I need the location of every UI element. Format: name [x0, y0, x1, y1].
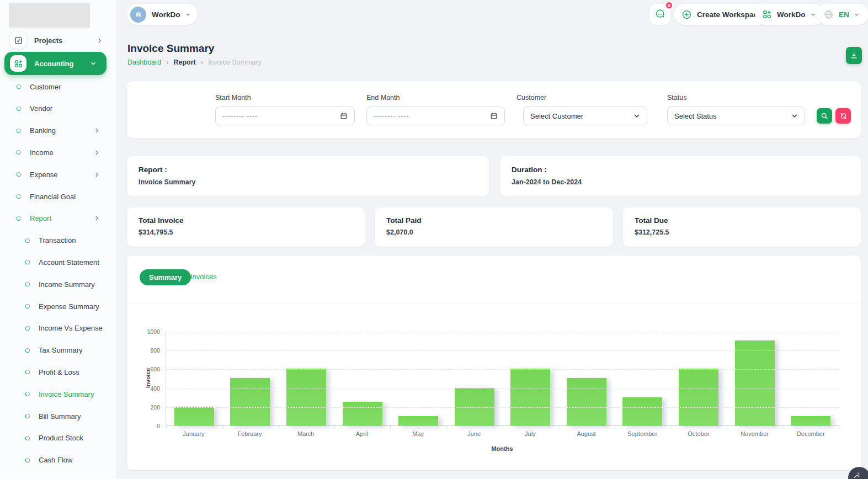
chart-x-axis-title: Months — [166, 445, 839, 452]
sidebar-item-label: Profit & Loss — [39, 368, 79, 376]
chart-bar-december[interactable] — [791, 416, 830, 425]
chevron-right-icon — [94, 150, 100, 156]
bullet-ring-icon — [17, 107, 21, 111]
reset-filter-button[interactable] — [835, 108, 851, 124]
report-value: Invoice Summary — [139, 178, 196, 186]
chart-bar-september[interactable] — [622, 397, 662, 425]
sidebar-item-label: Banking — [30, 126, 56, 135]
start-month-input[interactable]: -------- ---- — [215, 107, 355, 125]
sidebar-item-label: Financial Goal — [30, 193, 76, 201]
end-month-input[interactable]: -------- ---- — [366, 107, 505, 125]
chart-bar-august[interactable] — [567, 378, 606, 425]
wrench-icon — [853, 471, 861, 479]
bullet-ring-icon — [25, 238, 30, 243]
sidebar-item-accounting[interactable]: Accounting — [4, 52, 106, 75]
calendar-icon — [340, 112, 348, 120]
breadcrumb-separator: › — [166, 58, 168, 66]
chevron-right-icon — [94, 127, 100, 134]
language-selector[interactable]: EN — [817, 4, 868, 25]
chart-bar-july[interactable] — [510, 369, 550, 425]
chart-bar-may[interactable] — [398, 416, 438, 425]
status-selected-value: Select Status — [674, 112, 717, 120]
start-month-label: Start Month — [215, 94, 251, 102]
sidebar-item-financial-goal[interactable]: Financial Goal — [17, 188, 108, 205]
chart-axis-tick — [727, 425, 727, 429]
total-invoice-card: Total Invoice $314,795.5 — [127, 207, 365, 247]
sidebar-item-label: Transaction — [39, 236, 76, 244]
total-due-value: $312,725.5 — [635, 228, 669, 236]
chart-y-tick-label: 200 — [129, 404, 160, 411]
sidebar-item-product-stock[interactable]: Product Stock — [25, 430, 108, 446]
workspace-switcher[interactable]: WorkDo — [127, 4, 198, 25]
sidebar-item-label: Income — [30, 148, 54, 157]
chart-y-tick-label: 0 — [129, 423, 160, 429]
sidebar-item-income-vs-expense[interactable]: Income Vs Expense — [25, 320, 108, 337]
total-paid-value: $2,070.0 — [386, 228, 413, 236]
sidebar-item-label: Expense Summary — [39, 302, 99, 311]
chevron-right-icon — [97, 38, 103, 44]
sidebar-item-label: Cash Flow — [39, 456, 72, 464]
sidebar-item-customer[interactable]: Customer — [17, 78, 108, 95]
sidebar-item-report[interactable]: Report — [17, 210, 108, 227]
chart-bar-march[interactable] — [286, 369, 326, 425]
chat-icon — [654, 9, 665, 20]
bullet-ring-icon — [25, 414, 30, 418]
chart-bar-june[interactable] — [455, 388, 494, 425]
grid-plus-icon — [10, 55, 26, 72]
sidebar-item-transaction[interactable]: Transaction — [25, 232, 108, 249]
status-label: Status — [667, 94, 686, 102]
sidebar-item-expense-summary[interactable]: Expense Summary — [25, 298, 108, 315]
sidebar-item-income[interactable]: Income — [17, 144, 108, 161]
chart-bar-april[interactable] — [343, 402, 382, 425]
tab-summary[interactable]: Summary — [140, 269, 191, 285]
building-icon — [134, 10, 143, 19]
apply-filter-button[interactable] — [817, 108, 832, 124]
sidebar-item-label: Vendor — [30, 104, 52, 113]
bullet-ring-icon — [25, 370, 30, 374]
language-code: EN — [839, 10, 849, 19]
sidebar-item-banking[interactable]: Banking — [17, 123, 108, 139]
sidebar-item-tax-summary[interactable]: Tax Summary — [25, 342, 108, 359]
customer-select[interactable]: Select Customer — [523, 107, 647, 125]
sidebar-item-profit-loss[interactable]: Profit & Loss — [25, 364, 108, 380]
bullet-ring-icon — [25, 326, 30, 331]
total-due-label: Total Due — [635, 216, 668, 225]
start-month-placeholder: -------- ---- — [222, 112, 258, 120]
total-paid-card: Total Paid $2,070.0 — [375, 207, 613, 247]
chart-bar-february[interactable] — [230, 378, 270, 425]
workdo-menu-button[interactable]: WorkDo — [755, 4, 825, 25]
bullet-ring-icon — [25, 458, 30, 462]
chart-x-tick-label: June — [446, 430, 502, 437]
breadcrumb-item[interactable]: Dashboard — [127, 58, 161, 66]
messages-button[interactable]: 0 — [649, 4, 670, 25]
duration-value: Jan-2024 to Dec-2024 — [512, 178, 582, 186]
sidebar-item-invoice-summary[interactable]: Invoice Summary — [25, 386, 108, 402]
chart-bar-slot — [334, 402, 391, 425]
chart-bar-november[interactable] — [735, 340, 775, 425]
bullet-ring-icon — [25, 282, 30, 286]
sidebar-item-expense[interactable]: Expense — [17, 166, 108, 183]
status-select[interactable]: Select Status — [667, 107, 805, 125]
sidebar-item-bill-summary[interactable]: Bill Summary — [25, 408, 108, 424]
bullet-ring-icon — [17, 172, 21, 177]
clear-filter-icon — [840, 113, 847, 120]
chart-bar-october[interactable] — [679, 369, 718, 425]
tab-invoices[interactable]: Invoices — [190, 273, 217, 281]
chart-x-tick-label: May — [390, 430, 446, 437]
sidebar-item-cash-flow[interactable]: Cash Flow — [25, 452, 108, 469]
download-button[interactable] — [846, 47, 862, 64]
sidebar-item-income-summary[interactable]: Income Summary — [25, 276, 108, 292]
bullet-ring-icon — [17, 150, 21, 155]
chart-bar-january[interactable] — [174, 407, 214, 425]
chart-x-tick-label: April — [334, 430, 390, 437]
breadcrumb-item[interactable]: Report — [174, 58, 196, 66]
chart-x-tick-label: October — [670, 430, 727, 437]
chart-bar-slot — [727, 340, 783, 425]
chart-bars — [166, 332, 839, 425]
sidebar-item-projects[interactable]: Projects — [0, 30, 116, 50]
chart-x-labels: JanuaryFebruaryMarchAprilMayJuneJulyAugu… — [166, 430, 839, 437]
sidebar-item-account-statement[interactable]: Account Statement — [25, 254, 108, 270]
globe-icon — [824, 10, 833, 19]
sidebar-item-vendor[interactable]: Vendor — [17, 100, 108, 117]
duration-info-card: Duration : Jan-2024 to Dec-2024 — [500, 156, 861, 196]
